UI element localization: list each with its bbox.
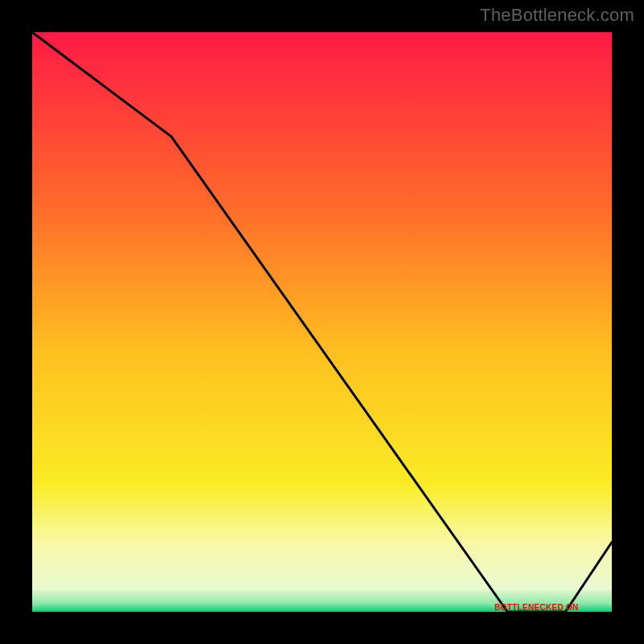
bottleneck-annotation: BOTTLENECKED ON bbox=[494, 603, 579, 612]
chart-plot-area: BOTTLENECKED ON bbox=[32, 32, 612, 612]
attribution-text: TheBottleneck.com bbox=[480, 5, 634, 26]
gradient-background bbox=[32, 32, 612, 612]
chart-svg: BOTTLENECKED ON bbox=[32, 32, 612, 612]
chart-frame: TheBottleneck.com BOTTLENECKED ON bbox=[0, 0, 644, 644]
